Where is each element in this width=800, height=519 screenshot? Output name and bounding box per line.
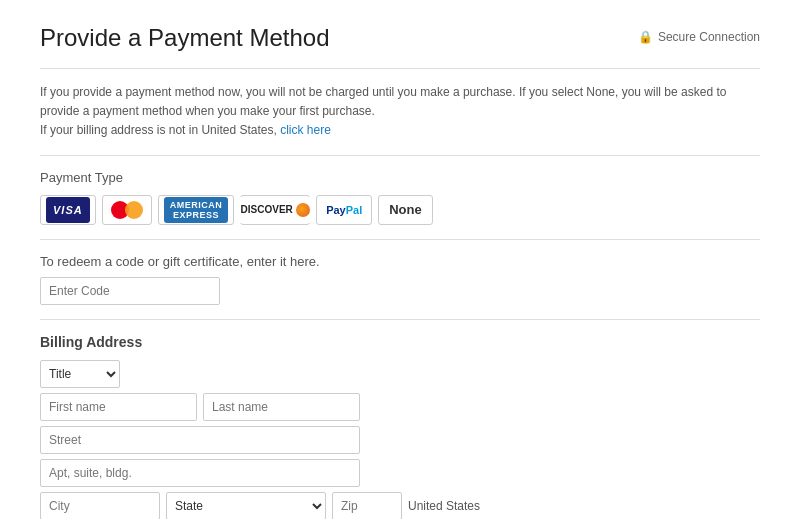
mastercard-button[interactable] xyxy=(102,195,152,225)
visa-button[interactable]: VISA xyxy=(40,195,96,225)
city-state-row: State ALAKAZAR CACOCTDE FLGAHIID ILINIAK… xyxy=(40,492,600,519)
redeem-label: To redeem a code or gift certificate, en… xyxy=(40,254,760,269)
secure-connection: 🔒 Secure Connection xyxy=(638,30,760,44)
amex-icon: AMERICANEXPRESS xyxy=(164,197,229,223)
paypal-button[interactable]: PayPal xyxy=(316,195,372,225)
info-block: If you provide a payment method now, you… xyxy=(40,83,760,141)
street-input[interactable] xyxy=(40,426,360,454)
title-select[interactable]: Title Mr. Mrs. Ms. Dr. xyxy=(40,360,120,388)
amex-button[interactable]: AMERICANEXPRESS xyxy=(158,195,235,225)
click-here-link[interactable]: click here xyxy=(280,123,331,137)
billing-section: Billing Address Title Mr. Mrs. Ms. Dr. xyxy=(40,334,760,519)
secure-label: Secure Connection xyxy=(658,30,760,44)
apt-input[interactable] xyxy=(40,459,360,487)
top-divider xyxy=(40,68,760,69)
mastercard-icon xyxy=(108,197,146,223)
apt-row xyxy=(40,459,360,487)
discover-button[interactable]: DISCOVER xyxy=(240,195,310,225)
code-input[interactable] xyxy=(40,277,220,305)
page-title: Provide a Payment Method xyxy=(40,24,330,52)
payment-types: VISA AMERICANEXPRESS DISCOVER PayPal xyxy=(40,195,760,225)
section-divider-2 xyxy=(40,239,760,240)
info-line1: If you provide a payment method now, you… xyxy=(40,83,760,121)
none-button[interactable]: None xyxy=(378,195,433,225)
payment-type-label: Payment Type xyxy=(40,170,760,185)
state-select[interactable]: State ALAKAZAR CACOCTDE FLGAHIID ILINIAK… xyxy=(166,492,326,519)
name-row xyxy=(40,393,360,421)
redeem-section: To redeem a code or gift certificate, en… xyxy=(40,254,760,305)
visa-icon: VISA xyxy=(46,197,90,223)
page-header: Provide a Payment Method 🔒 Secure Connec… xyxy=(40,24,760,52)
paypal-icon: PayPal xyxy=(321,197,367,223)
country-label: United States xyxy=(408,499,480,513)
street-row xyxy=(40,426,360,454)
mc-right-circle xyxy=(125,201,143,219)
section-divider-1 xyxy=(40,155,760,156)
lock-icon: 🔒 xyxy=(638,30,653,44)
page-container: Provide a Payment Method 🔒 Secure Connec… xyxy=(0,0,800,519)
first-name-input[interactable] xyxy=(40,393,197,421)
info-line2: If your billing address is not in United… xyxy=(40,121,760,140)
discover-dot xyxy=(296,203,310,217)
section-divider-3 xyxy=(40,319,760,320)
city-input[interactable] xyxy=(40,492,160,519)
billing-label: Billing Address xyxy=(40,334,760,350)
billing-fields: Title Mr. Mrs. Ms. Dr. xyxy=(40,360,360,487)
title-row: Title Mr. Mrs. Ms. Dr. xyxy=(40,360,360,388)
discover-icon: DISCOVER xyxy=(236,197,315,223)
last-name-input[interactable] xyxy=(203,393,360,421)
zip-input[interactable] xyxy=(332,492,402,519)
